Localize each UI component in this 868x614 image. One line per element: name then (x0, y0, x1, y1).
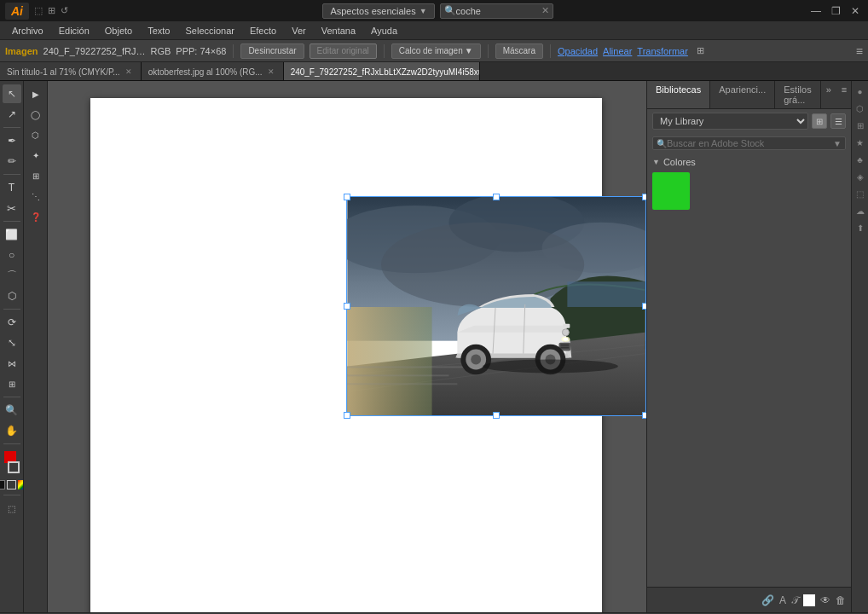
minimize-button[interactable]: — (807, 5, 825, 17)
tool-scale[interactable]: ⤡ (3, 333, 21, 352)
ctx-options-icon[interactable]: ⊞ (697, 45, 704, 56)
colors-section: ▼ Colores (647, 154, 851, 213)
handle-bottom-left[interactable] (344, 412, 350, 419)
pb-trash-icon[interactable]: 🗑 (836, 594, 846, 606)
tool-select[interactable]: ↖ (3, 84, 21, 103)
handle-middle-right[interactable] (642, 303, 646, 310)
tool2-3[interactable]: ⬡ (26, 125, 45, 144)
tool-rotate[interactable]: ⟳ (3, 313, 21, 332)
tab-bibliotecas[interactable]: Bibliotecas (647, 81, 710, 108)
tool-zoom[interactable]: 🔍 (3, 401, 21, 420)
tool-pen[interactable]: ✒ (3, 131, 21, 150)
tool-artboard[interactable]: ⬚ (3, 499, 21, 518)
tool-rectangle[interactable]: ⬜ (3, 225, 21, 244)
tool2-6[interactable]: ⋱ (26, 187, 45, 206)
tab-1-close[interactable]: ✕ (266, 67, 276, 76)
menu-seleccionar[interactable]: Seleccionar (178, 24, 240, 38)
tool2-2[interactable]: ◯ (26, 105, 45, 124)
tool-scissors[interactable]: ✂ (3, 199, 21, 217)
stroke-swatch[interactable] (8, 461, 20, 473)
search-input[interactable] (456, 6, 541, 16)
tool-direct-select[interactable]: ↗ (3, 105, 21, 124)
menu-objeto[interactable]: Objeto (98, 24, 139, 38)
ctx-menu-icon[interactable]: ≡ (856, 44, 863, 58)
menu-ayuda[interactable]: Ayuda (364, 24, 404, 38)
ctx-alinear[interactable]: Alinear (603, 46, 632, 56)
tool2-1[interactable]: ▶ (26, 84, 45, 103)
ctx-transformar[interactable]: Transformar (637, 46, 688, 56)
strip-icon-6[interactable]: ◈ (854, 170, 867, 183)
workspace-selector[interactable]: Aspectos esenciales ▼ (322, 3, 434, 19)
handle-bottom-right[interactable] (642, 412, 646, 419)
ctx-opacidad[interactable]: Opacidad (558, 46, 598, 56)
library-search-dropdown-icon[interactable]: ▼ (833, 139, 842, 148)
tool-ellipse[interactable]: ○ (3, 246, 21, 264)
tool2-4[interactable]: ✦ (26, 146, 45, 165)
btn-calco[interactable]: Calco de imagen ▼ (391, 43, 481, 59)
strip-icon-2[interactable]: ⬡ (854, 101, 867, 115)
tool-hand[interactable]: ✋ (3, 421, 21, 440)
tab-2[interactable]: 240_F_79227252_fRJxLbLtXZzw2D2tyyuMI4i58… (284, 62, 480, 81)
pb-link-icon[interactable]: 🔗 (761, 594, 774, 606)
search-clear-icon[interactable]: ✕ (541, 5, 549, 16)
tool2-5[interactable]: ⊞ (26, 166, 45, 185)
library-selector[interactable]: My Library (652, 113, 808, 130)
strip-icon-8[interactable]: ☁ (854, 204, 867, 217)
ctx-image-label: Imagen (5, 46, 38, 56)
tab-estilos[interactable]: Estilos grá... (775, 81, 820, 108)
btn-editar-original[interactable]: Editar original (310, 43, 377, 59)
tab-more-icon[interactable]: » (821, 81, 836, 108)
menu-ventana[interactable]: Ventana (315, 24, 362, 38)
menu-texto[interactable]: Texto (141, 24, 176, 38)
tab-0-close[interactable]: ✕ (124, 67, 134, 76)
search-bar[interactable]: 🔍 ✕ (440, 3, 553, 19)
handle-top-center[interactable] (493, 194, 500, 200)
color-swatches-tool[interactable] (3, 449, 21, 475)
strip-icon-9[interactable]: ⬆ (854, 221, 867, 235)
strip-icon-4[interactable]: ★ (854, 136, 867, 149)
strip-icon-7[interactable]: ⬚ (854, 187, 867, 200)
library-search-input[interactable] (667, 138, 833, 148)
tool-pencil[interactable]: ✏ (3, 152, 21, 171)
tool-warp[interactable]: ⋈ (3, 354, 21, 373)
tool-type[interactable]: T (3, 178, 21, 197)
menu-ver[interactable]: Ver (285, 24, 313, 38)
color-icon-none[interactable] (7, 480, 16, 489)
menu-edicion[interactable]: Edición (52, 24, 96, 38)
handle-middle-left[interactable] (344, 303, 350, 310)
pb-brush-icon[interactable]: 𝒯 (791, 594, 798, 606)
handle-top-right[interactable] (642, 194, 646, 200)
selected-image[interactable] (346, 196, 646, 416)
color-icon-fill[interactable] (0, 480, 5, 489)
pb-eye-icon[interactable]: 👁 (820, 594, 830, 606)
lib-list-view-btn[interactable]: ☰ (830, 113, 846, 129)
close-button[interactable]: ✕ (848, 5, 863, 17)
canvas-area[interactable] (48, 81, 646, 612)
maximize-button[interactable]: ❐ (828, 5, 844, 17)
strip-icon-3[interactable]: ⊞ (854, 119, 867, 132)
tool-paintbrush[interactable]: ⌒ (3, 266, 21, 285)
handle-top-left[interactable] (344, 194, 350, 200)
tab-1[interactable]: oktoberfest.jpg al 100% (RG... ✕ (142, 62, 284, 81)
tab-0[interactable]: Sin título-1 al 71% (CMYK/P... ✕ (0, 62, 142, 81)
library-search-bar[interactable]: 🔍 ▼ (652, 136, 846, 150)
pb-swatch-icon[interactable] (803, 594, 815, 606)
tool-free-transform[interactable]: ⊞ (3, 374, 21, 393)
tool-blob[interactable]: ⬡ (3, 287, 21, 305)
menu-archivo[interactable]: Archivo (5, 24, 50, 38)
panel-menu-icon[interactable]: ≡ (836, 81, 852, 108)
tab-apariencia[interactable]: Aparienci... (710, 81, 775, 108)
strip-icon-5[interactable]: ♣ (854, 153, 867, 166)
handle-bottom-center[interactable] (493, 412, 500, 419)
menu-efecto[interactable]: Efecto (243, 24, 283, 38)
btn-desincrustar[interactable]: Desincrustar (240, 43, 304, 59)
color-swatch-green[interactable] (652, 172, 690, 210)
strip-icon-1[interactable]: ● (854, 84, 867, 98)
lib-grid-view-btn[interactable]: ⊞ (812, 113, 827, 129)
pb-text-icon[interactable]: A (779, 594, 786, 606)
tool2-7[interactable]: ❓ (26, 207, 45, 226)
title-bar: Ai ⬚ ⊞ ↺ Aspectos esenciales ▼ 🔍 ✕ — ❐ ✕ (0, 0, 868, 21)
btn-mascara[interactable]: Máscara (495, 43, 543, 59)
colors-expand-icon[interactable]: ▼ (652, 158, 660, 166)
color-icon-gradient[interactable] (18, 480, 24, 489)
